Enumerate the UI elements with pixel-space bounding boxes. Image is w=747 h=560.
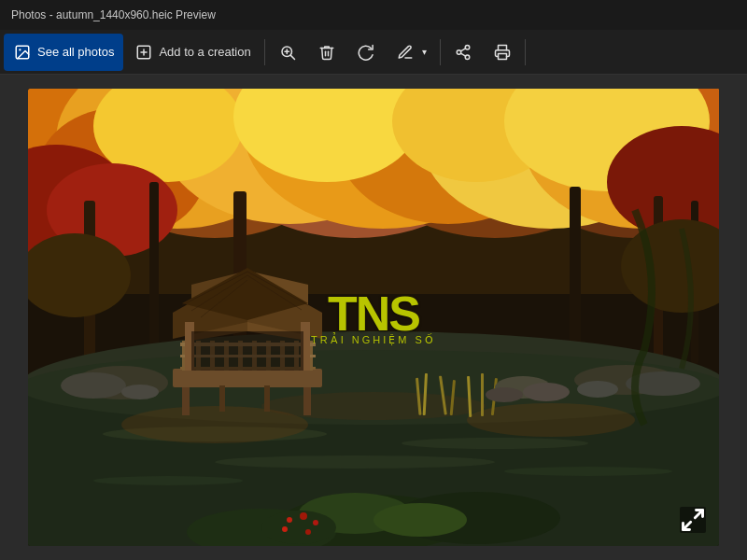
svg-point-105 bbox=[300, 512, 307, 520]
svg-point-117 bbox=[523, 383, 570, 401]
edit-dropdown-icon: ▾ bbox=[422, 47, 427, 57]
photo-display: TNS TRẢI NGHIỆM SỐ bbox=[28, 89, 719, 546]
delete-icon bbox=[317, 43, 336, 62]
svg-rect-67 bbox=[173, 369, 322, 387]
expand-icon bbox=[680, 507, 706, 533]
svg-point-104 bbox=[287, 517, 292, 523]
svg-point-66 bbox=[577, 381, 618, 398]
svg-point-107 bbox=[282, 526, 288, 532]
svg-rect-71 bbox=[264, 385, 270, 412]
main-content: TNS TRẢI NGHIỆM SỐ bbox=[0, 75, 747, 560]
svg-rect-69 bbox=[303, 387, 311, 415]
expand-button[interactable] bbox=[680, 507, 706, 533]
svg-rect-114 bbox=[481, 373, 484, 416]
svg-rect-68 bbox=[182, 387, 190, 415]
rotate-button[interactable] bbox=[347, 34, 385, 71]
edit-icon bbox=[396, 43, 415, 62]
svg-point-15 bbox=[542, 50, 543, 52]
svg-point-108 bbox=[305, 529, 311, 535]
see-all-photos-label: See all photos bbox=[37, 45, 114, 59]
svg-point-17 bbox=[552, 50, 554, 52]
svg-point-103 bbox=[261, 511, 336, 544]
share-icon bbox=[454, 43, 472, 62]
separator-2 bbox=[440, 39, 441, 65]
separator-3 bbox=[525, 39, 526, 65]
svg-line-6 bbox=[290, 55, 294, 59]
svg-point-65 bbox=[121, 385, 159, 399]
title-bar: Photos - autumn_1440x960.heic Preview bbox=[0, 0, 747, 30]
window-title: Photos - autumn_1440x960.heic Preview bbox=[11, 8, 216, 21]
share-button[interactable] bbox=[444, 34, 482, 71]
svg-point-102 bbox=[374, 503, 467, 537]
rotate-icon bbox=[357, 43, 375, 62]
svg-point-56 bbox=[93, 476, 243, 485]
svg-rect-43 bbox=[149, 182, 159, 369]
svg-point-62 bbox=[61, 372, 126, 399]
zoom-in-icon bbox=[278, 43, 297, 62]
svg-point-57 bbox=[504, 467, 672, 476]
delete-button[interactable] bbox=[308, 34, 345, 71]
more-icon bbox=[539, 43, 557, 62]
separator-1 bbox=[264, 39, 265, 65]
svg-point-54 bbox=[402, 438, 588, 449]
photo-image bbox=[28, 89, 719, 546]
toolbar: See all photos Add to a creation bbox=[0, 30, 747, 75]
more-options-button[interactable] bbox=[529, 34, 567, 71]
svg-point-118 bbox=[486, 387, 523, 402]
svg-line-13 bbox=[460, 48, 465, 50]
svg-rect-97 bbox=[191, 331, 303, 371]
svg-point-55 bbox=[215, 455, 495, 469]
edit-button[interactable]: ▾ bbox=[387, 34, 436, 71]
svg-point-106 bbox=[313, 520, 318, 525]
svg-rect-14 bbox=[498, 53, 506, 59]
svg-point-1 bbox=[19, 49, 21, 50]
svg-point-16 bbox=[547, 50, 549, 52]
svg-line-12 bbox=[460, 53, 465, 56]
add-to-creation-button[interactable]: Add to a creation bbox=[125, 34, 260, 71]
zoom-in-button[interactable] bbox=[269, 34, 306, 71]
see-all-photos-button[interactable]: See all photos bbox=[4, 34, 123, 71]
svg-rect-70 bbox=[219, 385, 225, 412]
add-creation-icon bbox=[134, 43, 153, 62]
print-button[interactable] bbox=[484, 34, 521, 71]
print-icon bbox=[493, 43, 512, 62]
add-to-creation-label: Add to a creation bbox=[159, 45, 250, 59]
photos-icon bbox=[13, 43, 32, 62]
